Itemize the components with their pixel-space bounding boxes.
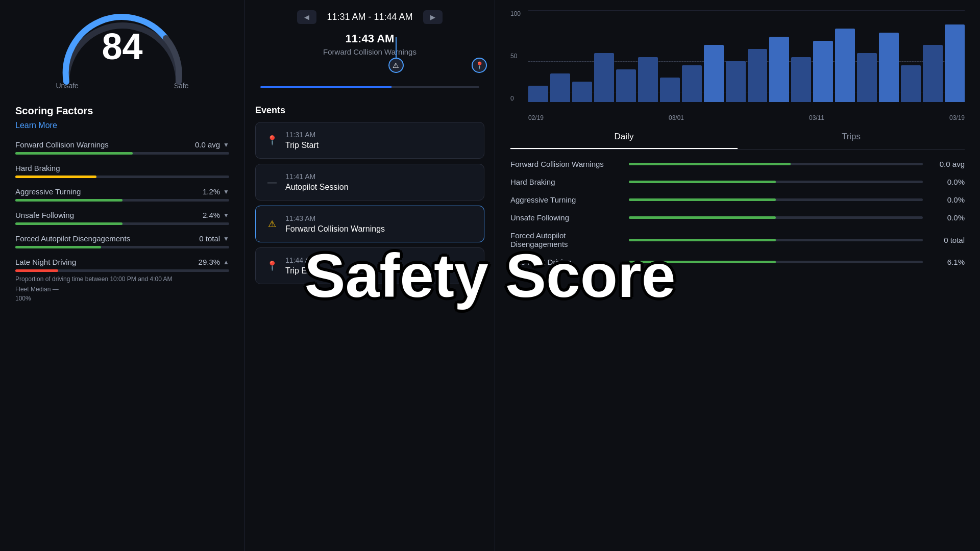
right-bar-track-fcw [629,163,923,165]
event-card-trip-end[interactable]: 📍 11:44 AM Trip End [255,247,484,284]
bar-track-uf [15,222,229,225]
event-card-trip-start[interactable]: 📍 11:31 AM Trip Start [255,122,484,159]
chevron-uf: ▼ [223,212,229,219]
bar-11 [748,49,768,102]
bar-3 [572,82,592,102]
gauge-container: 84 [56,10,189,82]
factor-autopilot: Forced Autopilot Disengagements 0 total … [15,234,229,248]
chevron-at: ▼ [223,188,229,195]
event-time-trip-start: 11:31 AM [285,131,474,139]
right-factor-fcw: Forward Collision Warnings 0.0 avg [510,160,965,168]
trip-next-btn[interactable]: ▶ [423,10,443,24]
right-bar-track-at [629,198,923,201]
score-number: 84 [102,26,142,67]
warning-icon: ⚠ [393,61,399,69]
bar-fill-ap [15,246,101,248]
location-icon: 📍 [475,61,484,69]
right-panel: 100 50 0 [495,0,980,551]
fleet-median-line: — [53,286,59,293]
right-bar-track-ln [629,261,923,263]
right-bar-track-hb [629,181,923,183]
right-factor-ln: Late Night Driving 6.1% [510,258,965,266]
fleet-median-label: Fleet Median [15,286,51,293]
bar-9 [704,45,724,102]
trip-time-header: ◀ 11:31 AM - 11:44 AM ▶ [255,10,484,24]
bar-track-ln [15,269,229,272]
late-night-desc: Proportion of driving time between 10:00… [15,275,229,284]
timeline-container: ⚠ 📍 [255,64,484,95]
right-bar-fill-at [629,198,776,201]
hundred-percent: 100% [15,295,229,302]
factor-forward-collision: Forward Collision Warnings 0.0 avg ▼ [15,140,229,155]
right-factor-value-at: 0.0% [929,195,965,204]
trip-prev-btn[interactable]: ◀ [297,10,316,24]
timeline-connector [396,37,397,58]
timeline-line [260,86,479,88]
factor-value-fcw: 0.0 avg ▼ [195,140,229,149]
event-info-fcw: 11:43 AM Forward Collision Warnings [285,214,474,234]
right-factor-name-hb: Hard Braking [510,178,623,186]
center-panel: ◀ 11:31 AM - 11:44 AM ▶ 11:43 AM Forward… [245,0,495,551]
left-panel: 84 Unsafe Safe Scoring Factors Learn Mor… [0,0,245,551]
event-name-autopilot: Autopilot Session [285,183,474,192]
bar-13 [791,57,811,102]
tab-trips[interactable]: Trips [738,132,965,149]
factor-name-hb: Hard Braking [15,164,60,172]
bar-5 [616,69,636,102]
bar-19 [923,45,943,102]
right-factor-value-fcw: 0.0 avg [929,160,965,168]
scoring-factors-title: Scoring Factors [15,105,229,117]
bar-16 [857,53,877,102]
right-factor-name-ln: Late Night Driving [510,258,623,266]
bar-8 [682,65,702,102]
bar-20 [945,24,965,102]
right-bar-fill-uf [629,216,776,219]
bar-10 [726,61,746,102]
score-section: 84 Unsafe Safe [15,10,229,90]
event-card-fcw[interactable]: ⚠ 11:43 AM Forward Collision Warnings [255,206,484,242]
factor-name-ap: Forced Autopilot Disengagements [15,234,130,243]
bar-track-at [15,199,229,202]
right-factor-name-at: Aggressive Turning [510,195,623,204]
event-name-fcw: Forward Collision Warnings [285,224,474,234]
event-card-autopilot[interactable]: — 11:41 AM Autopilot Session [255,164,484,201]
right-bar-fill-fcw [629,163,791,165]
grid-line-top [528,10,965,11]
timeline-wrapper: ⚠ 📍 [260,64,479,95]
event-name-trip-end: Trip End [285,266,474,276]
chevron-ln: ▲ [223,259,229,266]
right-factor-ap: Forced Autopilot Disengagements 0 total [510,231,965,248]
chevron-ap: ▼ [223,235,229,242]
bars-row [528,20,965,102]
bar-fill-hb [15,176,96,178]
right-factor-value-ln: 6.1% [929,258,965,266]
learn-more-link[interactable]: Learn More [15,121,229,130]
event-time-trip-end: 11:44 AM [285,256,474,264]
selected-event-name: Forward Collision Warnings [255,47,484,56]
factor-value-ap: 0 total ▼ [199,234,229,243]
bar-18 [901,65,921,102]
events-section: Events 📍 11:31 AM Trip Start — 11:41 AM … [255,105,484,541]
chart-section: 100 50 0 [510,10,965,121]
bar-17 [879,33,899,102]
factor-hard-braking: Hard Braking [15,164,229,178]
factor-name-ln: Late Night Driving [15,258,76,266]
fleet-median: Fleet Median — [15,286,229,293]
right-factor-value-uf: 0.0% [929,213,965,222]
timeline-marker-warning[interactable]: ⚠ [388,58,404,73]
bar-4 [594,53,614,102]
right-factor-name-fcw: Forward Collision Warnings [510,160,623,168]
bar-7 [660,78,680,102]
bar-fill-uf [15,222,122,225]
x-label-1: 02/19 [528,114,544,121]
right-factor-hb: Hard Braking 0.0% [510,178,965,186]
right-factor-uf: Unsafe Following 0.0% [510,213,965,222]
timeline-marker-location[interactable]: 📍 [472,58,487,73]
bar-6 [638,57,658,102]
tab-daily[interactable]: Daily [510,132,738,149]
fcw-warning-icon: ⚠ [266,218,278,230]
factor-value-uf: 2.4% ▼ [203,211,229,219]
x-label-4: 03/19 [949,114,965,121]
chart-x-labels: 02/19 03/01 03/11 03/19 [528,114,965,121]
event-time-autopilot: 11:41 AM [285,172,474,181]
